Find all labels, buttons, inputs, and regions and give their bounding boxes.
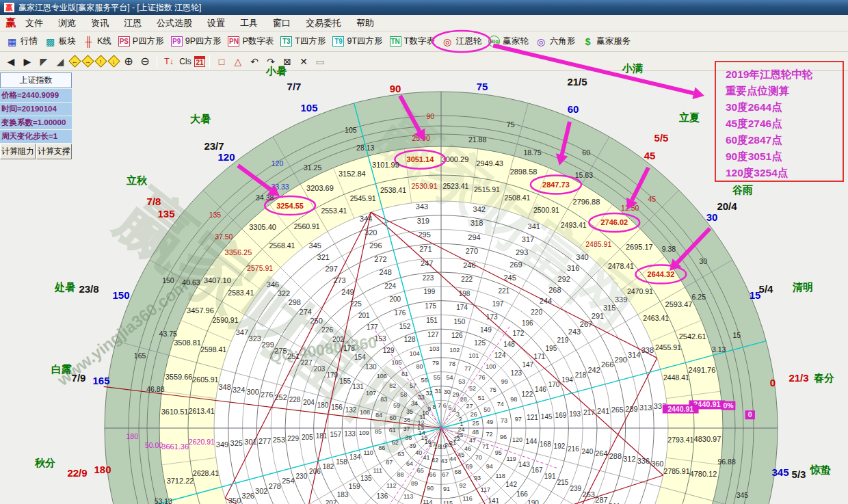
crosshair-icon[interactable]: ✕ bbox=[296, 55, 311, 68]
rect-tool-icon[interactable]: □ bbox=[214, 55, 229, 68]
t-table-button[interactable]: TNT数字表 bbox=[386, 34, 438, 49]
time-row: 时间=20190104 bbox=[0, 103, 72, 116]
winner-wheel-button-label: 赢家轮 bbox=[503, 36, 529, 47]
pan-up-icon[interactable]: ↑ bbox=[94, 55, 107, 67]
rotate-right-icon[interactable]: ◢ bbox=[53, 55, 68, 68]
kline-button[interactable]: ╫K线 bbox=[79, 34, 115, 49]
p-table-button-label: P数字表 bbox=[242, 36, 274, 47]
rotate-ccw-icon[interactable]: ↶ bbox=[247, 55, 262, 68]
winner-wheel-button[interactable]: Big赢家轮 bbox=[485, 34, 532, 49]
menu-bar: 赢 文件浏览资讯江恩公式选股设置工具窗口交易委托帮助 bbox=[0, 15, 848, 31]
p-square-button-label: P四方形 bbox=[133, 36, 164, 47]
prev-icon[interactable]: ◀ bbox=[3, 55, 18, 68]
kline-button-label: K线 bbox=[97, 36, 111, 47]
gann-wheel-icon: ◎ bbox=[442, 36, 453, 47]
price-row: 价格=2440.9099 bbox=[0, 89, 72, 102]
index-panel: 上证指数 价格=2440.9099时间=20190104变换系数=1.00000… bbox=[0, 72, 72, 159]
annotation-line-6: 90度3051点 bbox=[726, 148, 843, 165]
p9-badge-icon: P9 bbox=[171, 36, 183, 47]
p-table-button[interactable]: PNP数字表 bbox=[224, 34, 277, 49]
annotation-box: 2019年江恩轮中轮重要点位测算30度2644点45度2746点60度2847点… bbox=[715, 61, 844, 182]
main-toolbar: ▦行情▩板块╫K线PSP四方形P99P四方形PNP数字表T3T四方形T99T四方… bbox=[0, 31, 848, 52]
pan-up-icon-glyph: ↑ bbox=[99, 58, 103, 65]
annotation-line-2: 重要点位测算 bbox=[726, 83, 843, 99]
hexagon-button[interactable]: ◎六角形 bbox=[532, 34, 579, 49]
t9-badge-icon: T9 bbox=[332, 36, 344, 47]
delete-box-icon[interactable]: ⊠ bbox=[280, 55, 295, 68]
annotation-line-5: 60度2847点 bbox=[726, 132, 843, 148]
toolbar-separator bbox=[157, 55, 157, 68]
t-table-button-label: T数字表 bbox=[404, 36, 435, 47]
menu-item-7[interactable]: 工具 bbox=[240, 17, 258, 29]
menu-item-4[interactable]: 江恩 bbox=[124, 17, 142, 29]
9t-square-button-label: 9T四方形 bbox=[347, 36, 382, 47]
sectors-button-label: 板块 bbox=[59, 36, 76, 47]
p-square-button[interactable]: PSP四方形 bbox=[115, 34, 168, 49]
blocks-icon: ▩ bbox=[44, 36, 56, 47]
annotation-line-7: 120度3254点 bbox=[726, 165, 843, 181]
rotate-left-icon[interactable]: ◤ bbox=[36, 55, 51, 68]
menu-item-8[interactable]: 窗口 bbox=[273, 17, 291, 29]
calc-support-button[interactable]: 计算支撑 bbox=[36, 144, 72, 159]
menu-item-3[interactable]: 资讯 bbox=[91, 17, 109, 29]
hexagon-button-label: 六角形 bbox=[550, 36, 576, 47]
menu-item-9[interactable]: 交易委托 bbox=[306, 17, 341, 29]
9t-square-button[interactable]: T99T四方形 bbox=[329, 34, 386, 49]
9p-square-button[interactable]: P99P四方形 bbox=[168, 34, 225, 49]
pn-badge-icon: PN bbox=[228, 36, 239, 47]
calendar-icon[interactable]: 21 bbox=[194, 56, 205, 67]
window-title: 赢家江恩专业版[赢家服务平台] - [上证指数 江恩轮] bbox=[18, 2, 201, 14]
coefficient-row: 变换系数=1.00000 bbox=[0, 116, 72, 129]
big-wheel-icon: Big bbox=[488, 36, 500, 47]
sectors-button[interactable]: ▩板块 bbox=[41, 34, 79, 49]
zoom-out-icon[interactable]: ⊖ bbox=[137, 55, 153, 68]
annotation-line-1: 2019年江恩轮中轮 bbox=[726, 66, 843, 83]
candlestick-icon: ╫ bbox=[83, 36, 94, 47]
rotate-cw-icon[interactable]: ↷ bbox=[263, 55, 278, 68]
tn-badge-icon: TN bbox=[390, 36, 401, 47]
next-icon[interactable]: ▶ bbox=[20, 55, 35, 68]
menu-item-6[interactable]: 设置 bbox=[207, 17, 225, 29]
zoom-in-icon[interactable]: ⊕ bbox=[121, 55, 136, 68]
9p-square-button-label: 9P四方形 bbox=[185, 36, 222, 47]
t-square-button[interactable]: T3T四方形 bbox=[277, 34, 329, 49]
menu-logo-icon: 赢 bbox=[5, 16, 16, 29]
t3-badge-icon: T3 bbox=[280, 36, 292, 47]
calc-resistance-button[interactable]: 计算阻力 bbox=[0, 144, 36, 159]
cls-button[interactable]: Cls bbox=[178, 55, 193, 68]
quote-grid-icon: ▦ bbox=[6, 36, 18, 47]
vertical-line-icon[interactable]: T↓ bbox=[161, 55, 176, 68]
pan-right-icon-glyph: → bbox=[85, 58, 91, 65]
t-square-button-label: T四方形 bbox=[295, 36, 326, 47]
app-logo-icon: 赢 bbox=[4, 3, 14, 12]
gann-wheel-button[interactable]: ◎江恩轮 bbox=[438, 34, 486, 49]
triangle-tool-icon[interactable]: △ bbox=[230, 55, 246, 68]
screen-icon[interactable]: ▭ bbox=[313, 55, 328, 68]
dollar-icon: $ bbox=[582, 36, 594, 47]
menu-item-5[interactable]: 公式选股 bbox=[157, 17, 192, 29]
title-bar: 赢 赢家江恩专业版[赢家服务平台] - [上证指数 江恩轮] bbox=[0, 0, 848, 15]
pan-left-icon-glyph: ← bbox=[72, 58, 78, 65]
toolbar-separator bbox=[209, 55, 210, 68]
annotation-line-3: 30度2644点 bbox=[726, 99, 843, 116]
pan-right-icon[interactable]: → bbox=[81, 55, 94, 67]
menu-item-1[interactable]: 文件 bbox=[25, 17, 43, 29]
winner-service-button[interactable]: $赢家服务 bbox=[579, 34, 634, 49]
menu-item-2[interactable]: 浏览 bbox=[58, 17, 76, 29]
ps-badge-icon: PS bbox=[118, 36, 130, 47]
hexagon-icon: ◎ bbox=[535, 36, 547, 47]
gann-wheel-button-label: 江恩轮 bbox=[456, 36, 482, 47]
winner-service-button-label: 赢家服务 bbox=[596, 36, 631, 47]
annotation-line-4: 45度2746点 bbox=[726, 116, 843, 132]
pan-down-icon[interactable]: ↓ bbox=[107, 55, 120, 67]
pan-down-icon-glyph: ↓ bbox=[112, 58, 116, 65]
menu-item-10[interactable]: 帮助 bbox=[356, 17, 374, 29]
index-name: 上证指数 bbox=[0, 72, 72, 88]
pan-left-icon[interactable]: ← bbox=[68, 55, 81, 67]
quotes-button-label: 行情 bbox=[21, 36, 38, 47]
step-row: 周天变化步长=1 bbox=[0, 130, 72, 143]
quotes-button[interactable]: ▦行情 bbox=[3, 34, 41, 49]
